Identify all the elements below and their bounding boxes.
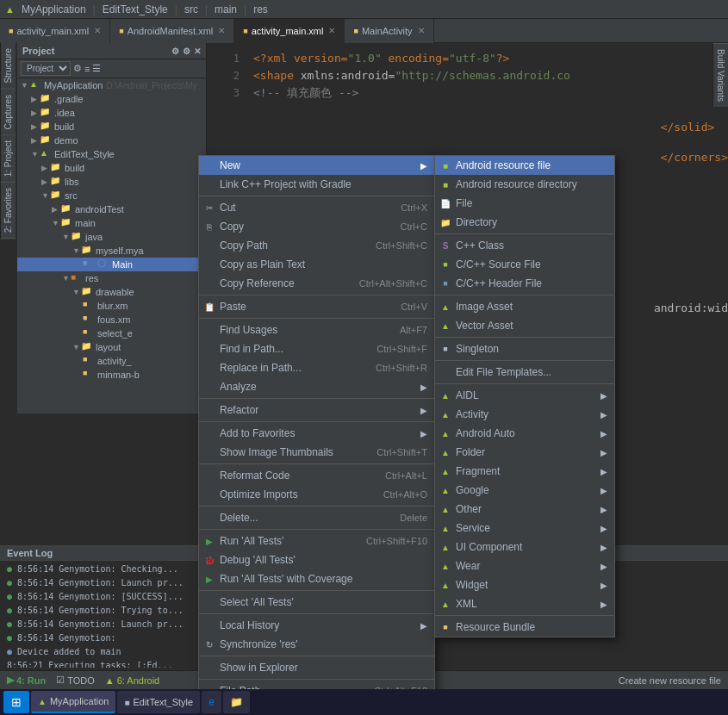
- panel-settings-icon[interactable]: ⚙: [171, 47, 179, 56]
- submenu-image-asset[interactable]: ▲ Image Asset: [435, 297, 614, 316]
- sidebar-tab-build-variants[interactable]: Build Variants: [712, 43, 728, 107]
- menu-item-copy-plain[interactable]: Copy as Plain Text: [199, 255, 434, 274]
- submenu-resource-bundle[interactable]: ■ Resource Bundle: [435, 618, 614, 637]
- tree-build-root[interactable]: ▶ 📁 build: [17, 120, 206, 134]
- tree-select[interactable]: ■ select_e: [17, 326, 206, 340]
- tree-edittext[interactable]: ▼ ▲ EditText_Style: [17, 147, 206, 161]
- menu-item-find-path[interactable]: Find in Path... Ctrl+Shift+F: [199, 339, 434, 358]
- submenu-android-res-file[interactable]: ■ Android resource file: [435, 156, 614, 175]
- menu-item-paste[interactable]: 📋 Paste Ctrl+V: [199, 297, 434, 316]
- tree-res[interactable]: ▼ ■ res: [17, 271, 206, 285]
- submenu-cpp-src[interactable]: ■ C/C++ Source File: [435, 255, 614, 274]
- android-button[interactable]: ▲ 6: Android: [105, 675, 159, 686]
- menu-item-reformat[interactable]: Reformat Code Ctrl+Alt+L: [199, 466, 434, 485]
- todo-button[interactable]: ☑ TODO: [56, 675, 95, 686]
- tab-0[interactable]: ■ activity_main.xml ✕: [0, 19, 110, 43]
- menu-item-show-explorer[interactable]: Show in Explorer: [199, 658, 434, 677]
- sidebar-tab-favorites[interactable]: 2: Favorites: [0, 183, 16, 239]
- tree-activity[interactable]: ■ activity_: [17, 354, 206, 368]
- submenu-service[interactable]: ▲ Service ▶: [435, 519, 614, 538]
- submenu-xml[interactable]: ▲ XML ▶: [435, 594, 614, 613]
- menu-item-find-usages[interactable]: Find Usages Alt+F7: [199, 320, 434, 339]
- submenu-file[interactable]: 📄 File: [435, 194, 614, 213]
- menu-item-delete[interactable]: Delete... Delete: [199, 508, 434, 527]
- taskbar-edge[interactable]: e: [202, 691, 221, 713]
- tree-layout[interactable]: ▼ 📁 layout: [17, 340, 206, 354]
- panel-gear-icon[interactable]: ⚙: [183, 47, 190, 56]
- sidebar-tab-project[interactable]: 1: Project: [0, 135, 16, 183]
- tree-main-java[interactable]: ■ ◯ Main: [17, 258, 206, 271]
- menu-item-cut[interactable]: ✂ Cut Ctrl+X: [199, 198, 434, 217]
- submenu-edit-templates[interactable]: Edit File Templates...: [435, 363, 614, 382]
- tab-2[interactable]: ■ activity_main.xml ✕: [234, 19, 345, 43]
- tree-src[interactable]: ▼ 📁 src: [17, 189, 206, 202]
- tree-gradle[interactable]: ▶ 📁 .gradle: [17, 92, 206, 106]
- tree-build[interactable]: ▶ 📁 build: [17, 161, 206, 175]
- submenu-cpp-hdr[interactable]: ■ C/C++ Header File: [435, 274, 614, 293]
- menu-item-copy-path[interactable]: Copy Path Ctrl+Shift+C: [199, 236, 434, 255]
- project-view-select[interactable]: Project: [21, 61, 71, 76]
- run-button[interactable]: ▶ 4: Run: [7, 675, 46, 686]
- submenu-vector-asset[interactable]: ▲ Vector Asset: [435, 316, 614, 335]
- toolbar-icon3[interactable]: ☰: [92, 63, 101, 74]
- submenu-cpp-class[interactable]: S C++ Class: [435, 236, 614, 255]
- submenu-android-res-dir[interactable]: ■ Android resource directory: [435, 175, 614, 194]
- tab-2-close[interactable]: ✕: [328, 26, 335, 35]
- panel-close-icon[interactable]: ✕: [194, 47, 201, 56]
- tree-myself[interactable]: ▼ 📁 myself.mya: [17, 244, 206, 258]
- menu-item-refactor[interactable]: Refactor ▶: [199, 401, 434, 420]
- submenu-other[interactable]: ▲ Other ▶: [435, 500, 614, 519]
- menu-item-optimize[interactable]: Optimize Imports Ctrl+Alt+O: [199, 485, 434, 504]
- submenu-android-auto[interactable]: ▲ Android Auto ▶: [435, 424, 614, 443]
- menu-item-image-thumbnails[interactable]: Show Image Thumbnails Ctrl+Shift+T: [199, 443, 434, 462]
- submenu-aidl[interactable]: ▲ AIDL ▶: [435, 386, 614, 405]
- menu-item-add-favorites[interactable]: Add to Favorites ▶: [199, 424, 434, 443]
- tree-drawable[interactable]: ▼ 📁 drawable: [17, 285, 206, 299]
- toolbar-icon1[interactable]: ⚙: [73, 63, 82, 74]
- tree-root[interactable]: ▼ ▲ MyApplication D:\Android_Projects\My: [17, 78, 206, 92]
- menu-item-link-cpp[interactable]: Link C++ Project with Gradle: [199, 175, 434, 194]
- taskbar-item-2[interactable]: ■ EditText_Style: [117, 691, 200, 713]
- menu-item-new[interactable]: New ▶: [199, 156, 434, 175]
- tree-libs[interactable]: ▶ 📁 libs: [17, 175, 206, 189]
- menu-item-run-coverage[interactable]: ▶ Run 'All Tests' with Coverage: [199, 569, 434, 588]
- tree-main[interactable]: ▼ 📁 main: [17, 216, 206, 230]
- taskbar-android-studio[interactable]: ▲ MyApplication: [31, 691, 115, 713]
- menu-item-local-history[interactable]: Local History ▶: [199, 616, 434, 635]
- submenu-widget[interactable]: ▲ Widget ▶: [435, 575, 614, 594]
- tab-0-close[interactable]: ✕: [94, 26, 101, 35]
- tree-demo[interactable]: ▶ 📁 demo: [17, 134, 206, 147]
- sidebar-tab-captures[interactable]: Captures: [0, 90, 16, 136]
- submenu-ui-component[interactable]: ▲ UI Component ▶: [435, 538, 614, 556]
- tab-3[interactable]: ■ MainActivity ✕: [345, 19, 433, 43]
- win-start-button[interactable]: ⊞: [3, 691, 29, 713]
- submenu-activity[interactable]: ▲ Activity ▶: [435, 405, 614, 424]
- tree-idea[interactable]: ▶ 📁 .idea: [17, 106, 206, 120]
- tree-java[interactable]: ▼ 📁 java: [17, 230, 206, 244]
- menu-item-select-all[interactable]: Select 'All Tests': [199, 593, 434, 612]
- submenu-wear[interactable]: ▲ Wear ▶: [435, 556, 614, 575]
- sidebar-tab-structure[interactable]: Structure: [0, 43, 16, 90]
- menu-item-copy-ref[interactable]: Copy Reference Ctrl+Alt+Shift+C: [199, 274, 434, 293]
- tab-3-close[interactable]: ✕: [418, 26, 425, 35]
- tree-blur[interactable]: ■ blur.xm: [17, 299, 206, 313]
- menu-item-analyze[interactable]: Analyze ▶: [199, 377, 434, 396]
- toolbar-icon2[interactable]: ≡: [84, 64, 90, 74]
- tab-1-close[interactable]: ✕: [218, 26, 225, 35]
- submenu-folder[interactable]: ▲ Folder ▶: [435, 443, 614, 462]
- submenu-new[interactable]: ■ Android resource file ■ Android resour…: [434, 155, 615, 637]
- submenu-directory[interactable]: 📁 Directory: [435, 213, 614, 232]
- submenu-google[interactable]: ▲ Google ▶: [435, 481, 614, 500]
- menu-item-sync[interactable]: ↻ Synchronize 'res': [199, 635, 434, 654]
- tree-minman[interactable]: ■ minman-b: [17, 368, 206, 382]
- context-menu[interactable]: New ▶ Link C++ Project with Gradle ✂ Cut…: [198, 155, 435, 715]
- menu-item-run-all[interactable]: ▶ Run 'All Tests' Ctrl+Shift+F10: [199, 532, 434, 550]
- tree-androidtest[interactable]: ▶ 📁 androidTest: [17, 202, 206, 216]
- tree-fous[interactable]: ■ fous.xm: [17, 313, 206, 326]
- submenu-singleton[interactable]: ■ Singleton: [435, 339, 614, 358]
- tab-1[interactable]: ■ AndroidManifest.xml ✕: [110, 19, 234, 43]
- menu-item-copy[interactable]: ⎘ Copy Ctrl+C: [199, 217, 434, 236]
- menu-item-replace-path[interactable]: Replace in Path... Ctrl+Shift+R: [199, 358, 434, 377]
- menu-item-debug-all[interactable]: 🐞 Debug 'All Tests': [199, 550, 434, 569]
- taskbar-explorer[interactable]: 📁: [223, 691, 250, 713]
